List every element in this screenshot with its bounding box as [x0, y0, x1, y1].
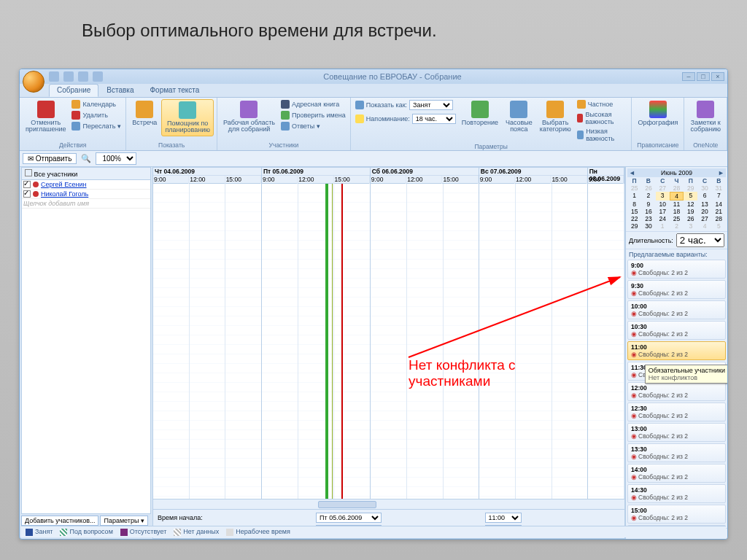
- tab-insert[interactable]: Вставка: [98, 84, 142, 97]
- zoom-select[interactable]: 100%: [96, 152, 136, 165]
- categorize-button[interactable]: Выбрать категорию: [537, 99, 574, 135]
- calendar-day[interactable]: 28: [712, 215, 726, 222]
- scheduling-assistant-button[interactable]: Помощник по планированию: [161, 99, 214, 136]
- calendar-day[interactable]: 31: [712, 184, 726, 192]
- calendar-day[interactable]: 25: [670, 215, 684, 222]
- show-as-select[interactable]: Занят: [409, 100, 453, 110]
- check-names-button[interactable]: Проверить имена: [279, 110, 347, 120]
- meeting-workspace-button[interactable]: Рабочая область для собраний: [220, 99, 278, 135]
- timeline-scrollbar[interactable]: [153, 499, 624, 509]
- minimize-button[interactable]: –: [682, 72, 695, 81]
- calendar-day[interactable]: 17: [656, 208, 670, 215]
- time-slot[interactable]: 15:00◉Свободны: 2 из 2: [627, 505, 726, 524]
- close-button[interactable]: ×: [711, 72, 724, 81]
- recurrence-button[interactable]: Повторение: [459, 99, 501, 128]
- calendar-day[interactable]: 22: [627, 215, 641, 222]
- spelling-button[interactable]: Орфография: [635, 99, 681, 128]
- tab-format-text[interactable]: Формат текста: [142, 84, 207, 97]
- calendar-day[interactable]: 24: [656, 215, 670, 222]
- calendar-day[interactable]: 7: [712, 192, 726, 201]
- calendar-day[interactable]: 1: [627, 192, 641, 201]
- maximize-button[interactable]: □: [697, 72, 710, 81]
- appointment-button[interactable]: Встреча: [129, 99, 160, 128]
- calendar-day[interactable]: 2: [641, 192, 655, 201]
- time-slot[interactable]: 11:00◉Свободны: 2 из 2: [627, 341, 726, 360]
- zoom-icon[interactable]: 🔍: [81, 154, 91, 163]
- time-slot[interactable]: 10:00◉Свободны: 2 из 2: [627, 300, 726, 319]
- onenote-button[interactable]: Заметки к собранию: [687, 99, 724, 135]
- calendar-day[interactable]: 1: [656, 222, 670, 230]
- calendar-day[interactable]: 5: [684, 192, 697, 201]
- calendar-day[interactable]: 11: [670, 201, 684, 208]
- calendar-day[interactable]: 23: [641, 215, 655, 222]
- participant-row[interactable]: Николай Гоголь: [22, 190, 150, 199]
- calendar-day[interactable]: 29: [684, 184, 697, 192]
- start-time-select[interactable]: 11:00: [485, 513, 522, 523]
- low-importance-button[interactable]: Низкая важность: [576, 127, 629, 143]
- time-slot[interactable]: 14:30◉Свободны: 2 из 2: [627, 484, 726, 503]
- time-slot[interactable]: 10:30◉Свободны: 2 из 2: [627, 321, 726, 340]
- calendar-day[interactable]: 19: [684, 208, 697, 215]
- calendar-day[interactable]: 12: [684, 201, 697, 208]
- time-slot[interactable]: 12:00◉Свободны: 2 из 2: [627, 382, 726, 401]
- add-participants-button[interactable]: Добавить участников...: [21, 516, 98, 526]
- calendar-day[interactable]: 16: [641, 208, 655, 215]
- calendar-day[interactable]: 27: [656, 184, 670, 192]
- send-button[interactable]: ✉ Отправить: [23, 153, 77, 164]
- time-slot[interactable]: 12:30◉Свободны: 2 из 2: [627, 402, 726, 421]
- office-orb[interactable]: [23, 71, 44, 93]
- calendar-day[interactable]: 14: [712, 201, 726, 208]
- end-marker[interactable]: [341, 184, 343, 499]
- responses-button[interactable]: Ответы ▾: [279, 121, 347, 131]
- start-date-select[interactable]: Пт 05.06.2009: [316, 513, 382, 523]
- cancel-invitation-button[interactable]: Отменить приглашение: [23, 99, 69, 135]
- calendar-day[interactable]: 3: [656, 192, 670, 201]
- calendar-day[interactable]: 2: [670, 222, 684, 230]
- tab-meeting[interactable]: Собрание: [49, 84, 98, 97]
- date-navigator[interactable]: ◄Июнь 2009► ПВСЧПСВ252627282930311234567…: [626, 167, 727, 231]
- calendar-day[interactable]: 4: [697, 222, 711, 230]
- calendar-day[interactable]: 27: [697, 215, 711, 222]
- forward-button[interactable]: Переслать ▾: [70, 121, 123, 131]
- time-slot[interactable]: 9:30◉Свободны: 2 из 2: [627, 280, 726, 299]
- duration-select[interactable]: 2 час.: [676, 233, 724, 247]
- reminder-select[interactable]: 18 час.: [412, 114, 456, 124]
- delete-button[interactable]: Удалить: [70, 110, 123, 120]
- calendar-day[interactable]: 10: [656, 201, 670, 208]
- calendar-day[interactable]: 26: [684, 215, 697, 222]
- calendar-day[interactable]: 30: [697, 184, 711, 192]
- address-book-button[interactable]: Адресная книга: [279, 99, 347, 109]
- time-slot[interactable]: 13:00◉Свободны: 2 из 2: [627, 423, 726, 442]
- calendar-day[interactable]: 13: [697, 201, 711, 208]
- calendar-button[interactable]: Календарь: [70, 99, 123, 109]
- prev-month-icon[interactable]: ◄: [629, 169, 635, 176]
- next-month-icon[interactable]: ►: [718, 169, 724, 176]
- calendar-day[interactable]: 29: [627, 222, 641, 230]
- calendar-day[interactable]: 6: [697, 192, 711, 201]
- calendar-day[interactable]: 21: [712, 208, 726, 215]
- private-button[interactable]: Частное: [576, 99, 629, 109]
- calendar-day[interactable]: 18: [670, 208, 684, 215]
- calendar-day[interactable]: 9: [641, 201, 655, 208]
- participant-row[interactable]: Сергей Есенин: [22, 180, 150, 190]
- calendar-day[interactable]: 3: [684, 222, 697, 230]
- options-button[interactable]: Параметры ▾: [100, 516, 148, 526]
- timezones-button[interactable]: Часовые пояса: [503, 99, 535, 135]
- quick-access-toolbar[interactable]: [49, 71, 103, 82]
- calendar-day[interactable]: 26: [641, 184, 655, 192]
- calendar-day[interactable]: 5: [712, 222, 726, 230]
- calendar-day[interactable]: 30: [641, 222, 655, 230]
- timeline-grid[interactable]: [153, 184, 624, 499]
- add-name-hint[interactable]: Щелчок добавит имя: [22, 199, 150, 209]
- high-importance-button[interactable]: Высокая важность: [576, 110, 629, 126]
- time-slot[interactable]: 13:30◉Свободны: 2 из 2: [627, 443, 726, 462]
- time-slot[interactable]: 9:00◉Свободны: 2 из 2: [627, 260, 726, 279]
- calendar-day[interactable]: 20: [697, 208, 711, 215]
- calendar-day[interactable]: 28: [670, 184, 684, 192]
- calendar-day[interactable]: 25: [627, 184, 641, 192]
- start-marker[interactable]: [325, 184, 327, 499]
- calendar-day[interactable]: 4: [670, 192, 684, 201]
- calendar-day[interactable]: 15: [627, 208, 641, 215]
- calendar-day[interactable]: 8: [627, 201, 641, 208]
- time-slot[interactable]: 14:00◉Свободны: 2 из 2: [627, 464, 726, 483]
